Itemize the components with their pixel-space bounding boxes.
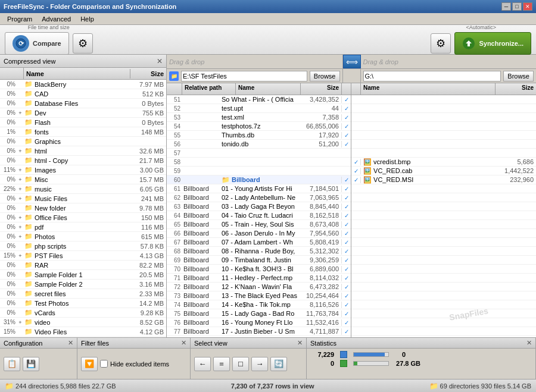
tree-expand[interactable]: + [17,224,24,230]
sync-arrow-18[interactable]: ✓ [341,257,351,264]
file-row[interactable]: 53 test.xml 7,358 ✓ [167,113,351,122]
sync-arrow-10[interactable]: ✓ [341,186,351,192]
sync-arrow-5[interactable]: ✓ [341,141,351,148]
file-row[interactable]: 56 tonido.db 51,200 ✓ [167,140,351,149]
file-row[interactable]: 55 Thumbs.db 17,920 ✓ [167,131,351,140]
file-row[interactable]: 60 📁 Billboard ✓ [167,175,351,184]
tree-expand[interactable]: + [17,253,24,259]
stats-close[interactable]: ✕ [526,339,532,347]
file-row[interactable]: 74 Billboard 14 - Ke$ha - Tik Tok.mp 8,1… [167,300,351,309]
swap-paths-button[interactable]: ⟺ [343,55,361,68]
tree-row[interactable]: 0% 📁 vCards 9.28 KB [0,308,166,318]
sync-arrow-0[interactable]: ✓ [341,96,351,103]
file-row[interactable]: 66 Billboard 06 - Jason Derulo - In My 7… [167,229,351,238]
tree-row[interactable]: 0% 📁 Database Files 0 Bytes [0,99,166,108]
sync-arrow-15[interactable]: ✓ [341,230,351,237]
file-row[interactable]: 62 Billboard 02 - Lady Antebellum- Ne 7,… [167,193,351,202]
tree-expand[interactable]: + [17,110,24,116]
file-row[interactable]: 68 Billboard 08 - Rihanna - Rude Boy, 5,… [167,247,351,256]
file-row[interactable]: 77 Billboard 17 - Justin Bieber - U Sm 4… [167,327,351,336]
file-row[interactable]: 54 testphotos.7z 66,855,006 ✓ [167,122,351,131]
tree-row[interactable]: 1% 📁 fonts 148 MB [0,127,166,137]
tree-row[interactable]: 11% + 📁 Images 3.00 GB [0,165,166,175]
tree-expand[interactable]: + [17,148,24,154]
filter-icon-btn[interactable]: 🔽 [81,357,98,371]
menu-program[interactable]: Program [2,14,37,24]
minimize-button[interactable]: ─ [501,2,511,11]
view-btn-3[interactable]: □ [232,357,249,371]
view-btn-5[interactable]: 🔄 [270,357,287,371]
tree-expand[interactable]: + [17,234,24,240]
tree-expand[interactable]: + [17,215,24,221]
tree-row[interactable]: 0% 📁 BlackBerry 7.97 MB [0,80,166,89]
tree-row[interactable]: 0% 📁 RAR 82.2 MB [0,261,166,270]
sync-arrow-24[interactable]: ✓ [341,311,351,317]
file-row[interactable]: 73 Billboard 13 - The Black Eyed Peas 10… [167,291,351,300]
tree-row[interactable]: 0% 📁 Test Photos 14.2 MB [0,299,166,308]
sync-arrow-9[interactable]: ✓ [341,177,351,183]
sync-arrow-21[interactable]: ✓ [341,284,351,290]
tree-row[interactable]: 0% 📁 Flash 0 Bytes [0,118,166,127]
sync-arrow-14[interactable]: ✓ [341,221,351,228]
tree-row[interactable]: 0% 📁 vistaicons 8.00 KB [0,337,166,337]
file-row[interactable]: 64 Billboard 04 - Taio Cruz ft. Ludacri … [167,211,351,220]
sync-settings-button[interactable]: ⚙ [431,33,451,54]
right-sync-arrow[interactable]: ✓ [351,168,361,174]
left-tree[interactable]: 0% 📁 BlackBerry 7.97 MB 0% 📁 CAD 512 KB … [0,80,166,337]
sync-arrow-25[interactable]: ✓ [341,319,351,326]
file-row[interactable]: 63 Billboard 03 - Lady Gaga Ft Beyon 8,8… [167,202,351,211]
right-file-row[interactable]: ✓ 🖼️ vcredist.bmp 5,686 [351,158,536,167]
menu-advanced[interactable]: Advanced [37,14,76,24]
synchronize-button[interactable]: Synchronize... [454,32,531,55]
tree-row[interactable]: 0% 📁 secret files 2.33 MB [0,289,166,299]
file-row[interactable]: 51 So What - Pink - ( Officia 3,428,352 … [167,95,351,104]
right-file-row[interactable]: ✓ 🖼️ VC_RED.MSI 232,960 [351,175,536,184]
tree-row[interactable]: 0% + 📁 Music Files 241 MB [0,194,166,203]
file-row[interactable]: 75 Billboard 15 - Lady Gaga - Bad Ro 11,… [167,309,351,318]
config-close[interactable]: ✕ [68,339,73,347]
file-row[interactable]: 70 Billboard 10 - Ke$ha ft. 3OH!3 - Bl 6… [167,265,351,274]
file-row[interactable]: 69 Billboard 09 - Timbaland ft. Justin 9… [167,256,351,265]
left-browse-button[interactable]: Browse [310,71,340,81]
file-row[interactable]: 67 Billboard 07 - Adam Lambert - Wh 5,80… [167,238,351,247]
sync-arrow-26[interactable]: ✓ [341,328,351,335]
file-row[interactable]: 78 Billboard 18 - Timbaland ft. Katy P 1… [167,336,351,337]
file-row[interactable]: 76 Billboard 16 - Young Money Ft Llo 11,… [167,318,351,327]
menu-help[interactable]: Help [76,14,99,24]
sync-arrow-3[interactable]: ✓ [341,123,351,130]
right-file-row[interactable]: ✓ 🖼️ VC_RED.cab 1,442,522 [351,167,536,175]
sync-arrow-13[interactable]: ✓ [341,212,351,219]
tree-expand[interactable]: + [17,319,24,325]
compare-settings-button[interactable]: ⚙ [73,33,93,54]
tree-expand[interactable]: + [17,186,24,192]
sync-arrow-23[interactable]: ✓ [341,302,351,308]
view-btn-4[interactable]: → [251,357,268,371]
tree-row[interactable]: 0% 📁 html - Copy 21.7 MB [0,156,166,165]
tree-row[interactable]: 0% + 📁 pdf 116 MB [0,222,166,232]
tree-row[interactable]: 15% 📁 Video Files 4.12 GB [0,327,166,337]
tree-row[interactable]: 22% + 📁 music 6.05 GB [0,184,166,194]
view-btn-2[interactable]: = [213,357,230,371]
file-row[interactable]: 58 [167,158,351,167]
sync-arrow-22[interactable]: ✓ [341,293,351,299]
view-btn-1[interactable]: ← [194,357,211,371]
tree-row[interactable]: 0% + 📁 Misc 15.7 MB [0,175,166,184]
filter-close[interactable]: ✕ [181,339,186,347]
maximize-button[interactable]: □ [512,2,522,11]
sync-arrow-2[interactable]: ✓ [341,114,351,121]
compare-button[interactable]: ⟳ Compare [5,32,69,55]
select-close[interactable]: ✕ [297,339,303,347]
right-browse-button[interactable]: Browse [503,71,534,81]
file-row[interactable]: 59 [167,167,351,175]
tree-row[interactable]: 0% 📁 CAD 512 KB [0,89,166,99]
tree-row[interactable]: 0% + 📁 Office Files 150 MB [0,213,166,222]
left-path-input[interactable] [181,71,307,81]
file-row[interactable]: 57 [167,149,351,158]
right-sync-arrow[interactable]: ✓ [351,159,361,165]
left-panel-close[interactable]: ✕ [157,57,163,65]
sync-arrow-27[interactable]: ✓ [341,337,351,338]
tree-row[interactable]: 0% + 📁 html 32.6 MB [0,146,166,156]
sync-arrow-12[interactable]: ✓ [341,203,351,210]
close-button[interactable]: ✕ [523,2,532,11]
file-row[interactable]: 52 test.upt 44 ✓ [167,104,351,113]
